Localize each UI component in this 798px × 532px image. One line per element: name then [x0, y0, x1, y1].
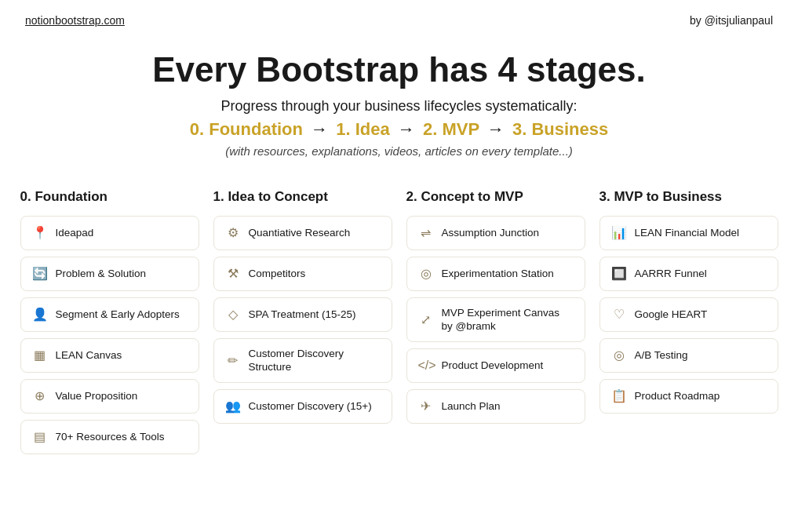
card-2-1[interactable]: ◎Experimentation Station — [406, 257, 585, 291]
card-2-0[interactable]: ⇌Assumption Junction — [406, 216, 585, 250]
stage-0: 0. Foundation — [190, 119, 303, 139]
card-text-3-4: Product Roadmap — [635, 389, 720, 403]
card-text-0-3: LEAN Canvas — [56, 348, 122, 363]
card-icon-1-2: ◇ — [225, 307, 241, 322]
column-1-title: 1. Idea to Concept — [213, 189, 392, 205]
card-text-3-3: A/B Testing — [635, 348, 688, 363]
card-1-1[interactable]: ⚒Competitors — [213, 257, 392, 291]
card-icon-3-0: 📊 — [611, 225, 627, 240]
hero-subtitle: Progress through your business lifecycle… — [16, 98, 782, 115]
card-3-4[interactable]: 📋Product Roadmap — [599, 379, 778, 414]
card-icon-2-1: ◎ — [418, 266, 434, 281]
author-credit: by @itsjulianpaul — [690, 14, 773, 27]
card-icon-0-2: 👤 — [32, 307, 48, 322]
stage-2: 2. MVP — [423, 119, 479, 139]
card-icon-3-1: 🔲 — [611, 266, 627, 281]
author-handle: @itsjulianpaul — [705, 14, 773, 27]
card-text-0-0: Ideapad — [56, 226, 94, 240]
card-icon-3-2: ♡ — [611, 307, 627, 322]
card-icon-0-0: 📍 — [32, 225, 48, 240]
card-text-2-3: Product Development — [442, 359, 544, 373]
card-text-0-4: Value Proposition — [56, 389, 138, 403]
stages-line: 0. Foundation → 1. Idea → 2. MVP → 3. Bu… — [16, 119, 782, 140]
column-1: 1. Idea to Concept⚙Quantiative Research⚒… — [213, 189, 392, 461]
card-1-4[interactable]: 👥Customer Discovery (15+) — [213, 389, 392, 424]
hero-section: Every Bootstrap has 4 stages. Progress t… — [0, 35, 798, 166]
card-text-0-1: Problem & Solution — [56, 267, 147, 281]
card-0-3[interactable]: ▦LEAN Canvas — [20, 338, 199, 373]
card-0-2[interactable]: 👤Segment & Early Adopters — [20, 297, 199, 332]
card-icon-0-3: ▦ — [32, 348, 48, 363]
card-text-1-4: Customer Discovery (15+) — [249, 399, 372, 414]
card-3-1[interactable]: 🔲AARRR Funnel — [599, 257, 778, 291]
hero-note: (with resources, explanations, videos, a… — [16, 144, 782, 158]
hero-headline: Every Bootstrap has 4 stages. — [16, 50, 782, 90]
card-text-3-2: Google HEART — [635, 308, 708, 322]
card-text-2-1: Experimentation Station — [442, 267, 554, 281]
card-icon-3-3: ◎ — [611, 348, 627, 363]
card-1-2[interactable]: ◇SPA Treatment (15-25) — [213, 297, 392, 332]
card-2-4[interactable]: ✈Launch Plan — [406, 389, 585, 424]
card-0-5[interactable]: ▤70+ Resources & Tools — [20, 420, 199, 454]
card-icon-1-0: ⚙ — [225, 225, 241, 240]
card-text-1-0: Quantiative Research — [249, 226, 351, 240]
stage-3: 3. Business — [512, 119, 608, 139]
site-link[interactable]: notionbootstrap.com — [25, 14, 125, 27]
top-bar: notionbootstrap.com by @itsjulianpaul — [0, 0, 798, 35]
card-text-3-1: AARRR Funnel — [635, 267, 707, 281]
card-icon-3-4: 📋 — [611, 388, 627, 403]
column-2: 2. Concept to MVP⇌Assumption Junction◎Ex… — [406, 189, 585, 461]
card-icon-0-4: ⊕ — [32, 388, 48, 403]
card-text-1-1: Competitors — [249, 267, 306, 281]
card-text-2-2: MVP Experiment Canvas by @bramk — [442, 306, 574, 333]
card-icon-2-3: </> — [418, 359, 434, 373]
column-3: 3. MVP to Business📊LEAN Financial Model🔲… — [599, 189, 778, 461]
column-3-title: 3. MVP to Business — [599, 189, 778, 205]
column-0: 0. Foundation📍Ideapad🔄Problem & Solution… — [20, 189, 199, 461]
card-3-2[interactable]: ♡Google HEART — [599, 297, 778, 332]
card-text-0-5: 70+ Resources & Tools — [56, 430, 165, 444]
card-icon-1-3: ✏ — [225, 353, 241, 368]
card-icon-2-4: ✈ — [418, 399, 434, 414]
card-3-3[interactable]: ◎A/B Testing — [599, 338, 778, 373]
card-icon-2-0: ⇌ — [418, 225, 434, 240]
card-3-0[interactable]: 📊LEAN Financial Model — [599, 216, 778, 250]
by-text: by — [690, 14, 705, 27]
column-2-title: 2. Concept to MVP — [406, 189, 585, 205]
card-icon-2-2: ⤢ — [418, 312, 434, 327]
stage-1: 1. Idea — [336, 119, 389, 139]
card-text-1-3: Customer Discovery Structure — [249, 347, 381, 374]
card-text-2-4: Launch Plan — [442, 399, 501, 414]
card-text-3-0: LEAN Financial Model — [635, 226, 740, 240]
card-0-1[interactable]: 🔄Problem & Solution — [20, 257, 199, 291]
columns-section: 0. Foundation📍Ideapad🔄Problem & Solution… — [0, 166, 798, 476]
card-0-4[interactable]: ⊕Value Proposition — [20, 379, 199, 414]
column-0-title: 0. Foundation — [20, 189, 199, 205]
card-icon-1-4: 👥 — [225, 399, 241, 414]
card-2-3[interactable]: </>Product Development — [406, 348, 585, 383]
card-icon-0-1: 🔄 — [32, 266, 48, 281]
card-1-3[interactable]: ✏Customer Discovery Structure — [213, 338, 392, 383]
card-0-0[interactable]: 📍Ideapad — [20, 216, 199, 250]
card-text-0-2: Segment & Early Adopters — [56, 308, 180, 322]
card-icon-0-5: ▤ — [32, 429, 48, 444]
card-2-2[interactable]: ⤢MVP Experiment Canvas by @bramk — [406, 297, 585, 342]
card-icon-1-1: ⚒ — [225, 266, 241, 281]
card-1-0[interactable]: ⚙Quantiative Research — [213, 216, 392, 250]
card-text-1-2: SPA Treatment (15-25) — [249, 308, 356, 322]
card-text-2-0: Assumption Junction — [442, 226, 540, 240]
